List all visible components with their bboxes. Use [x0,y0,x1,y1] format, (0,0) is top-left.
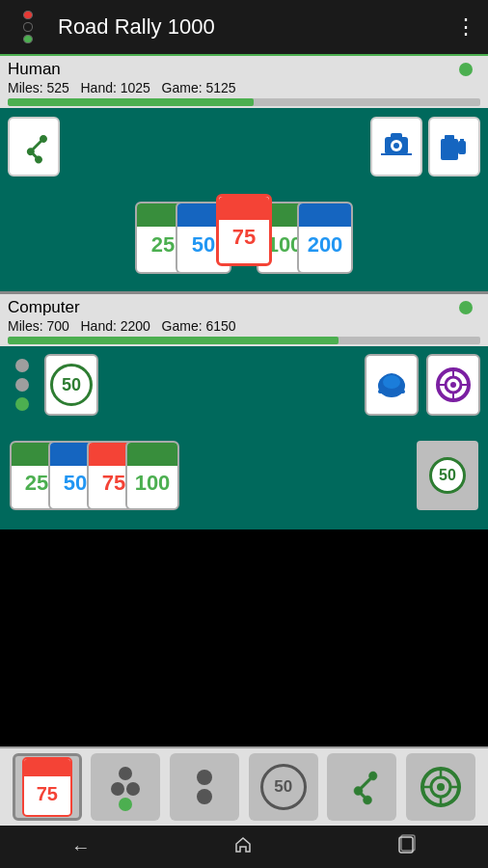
human-progress-bar [8,98,480,106]
human-card-200[interactable]: 200 [297,202,353,274]
computer-player-section: Computer Miles: 700 Hand: 2200 Game: 615… [0,294,488,346]
computer-progress-fill [8,337,339,344]
human-status-dot [459,63,473,76]
svg-point-28 [437,783,445,791]
computer-speed-badge: 50 [429,457,466,494]
traffic-light-icon [12,11,44,43]
computer-right-cards [365,354,480,416]
human-progress-fill [8,98,254,106]
recent-icon [395,834,417,855]
computer-progress-bar [8,337,480,344]
home-button[interactable] [232,834,254,860]
speed-limit-icon [377,127,416,166]
status-dot-2 [15,378,29,392]
computer-status-col [8,359,37,411]
human-speed-limit-card[interactable] [370,117,422,176]
toolbar-wrench-icon [341,767,382,807]
computer-repair-card[interactable] [365,354,419,416]
human-cards-fan: 25 50 75 100 [135,202,353,274]
computer-status-dot [459,301,473,314]
computer-player-stats: Miles: 700 Hand: 2200 Game: 6150 [8,318,236,334]
svg-point-20 [119,767,132,780]
svg-point-12 [383,375,400,389]
home-icon [232,834,254,855]
computer-battle-zone: 50 [0,346,488,423]
human-game-board: 25 50 75 100 [0,108,488,291]
toolbar-slot-4[interactable]: 50 [249,753,318,821]
title-bar: Road Rally 1000 ⋮ [0,0,488,56]
svg-point-24 [197,770,212,785]
svg-rect-7 [445,135,454,141]
human-player-name: Human [8,60,61,79]
toolbar-slot-3[interactable] [170,753,239,821]
stop-dots-icon [183,762,226,812]
toolbar-slot-1[interactable]: 75 [13,753,82,821]
nav-bar: ← [0,826,488,868]
status-dot-1 [15,359,29,372]
human-player-section: Human Miles: 525 Hand: 1025 Game: 5125 [0,56,488,108]
toolbar-slot-6[interactable] [406,753,475,821]
speed-limit-50: 50 [50,364,93,406]
svg-point-23 [119,798,132,811]
svg-point-3 [393,143,399,149]
toolbar-wheel-icon [419,765,463,809]
human-hand-area: 25 50 75 100 [0,185,488,291]
wrench-icon [16,129,51,164]
recent-button[interactable] [395,834,417,860]
menu-icon[interactable]: ⋮ [455,14,476,40]
toolbar-slot-5[interactable] [327,753,396,821]
computer-tire-card[interactable] [426,354,480,416]
computer-card-100: 100 [125,441,179,510]
toolbar-slot-2[interactable] [91,753,160,821]
svg-point-15 [450,382,456,388]
svg-point-25 [197,789,212,804]
computer-hand-area: 25 50 75 100 [0,423,488,529]
svg-rect-6 [458,141,466,154]
computer-game-board: 50 [0,346,488,529]
human-battle-zone [0,108,488,185]
tire-icon [434,366,473,404]
toolbar-speed-circle: 50 [260,764,307,810]
human-gas-card[interactable] [428,117,480,176]
tl-yellow [23,22,33,31]
hazard-dots-icon [104,762,147,812]
human-card-75[interactable]: 75 [216,194,272,274]
toolbar-card-75: 75 [22,757,72,817]
status-dot-3 [15,397,29,411]
back-button[interactable]: ← [71,836,91,858]
svg-rect-1 [391,133,402,139]
tl-green [23,35,33,43]
svg-rect-11 [378,390,405,393]
gas-tank-icon [435,127,474,166]
computer-cards-fan: 25 50 75 100 [10,441,179,510]
svg-point-21 [111,782,124,796]
helmet-icon [373,366,410,403]
bottom-toolbar: 75 50 [0,746,488,826]
svg-point-22 [126,782,140,796]
human-right-cards [370,117,480,176]
computer-speed-limit-card[interactable]: 50 [44,354,98,416]
computer-speed-slot: 50 [417,441,478,510]
svg-rect-5 [441,139,458,160]
human-player-stats: Miles: 525 Hand: 1025 Game: 5125 [8,80,236,95]
tl-red [23,11,33,19]
human-safety-card[interactable] [8,117,60,176]
svg-rect-8 [460,139,464,143]
app-title: Road Rally 1000 [58,14,455,40]
computer-player-name: Computer [8,298,80,317]
